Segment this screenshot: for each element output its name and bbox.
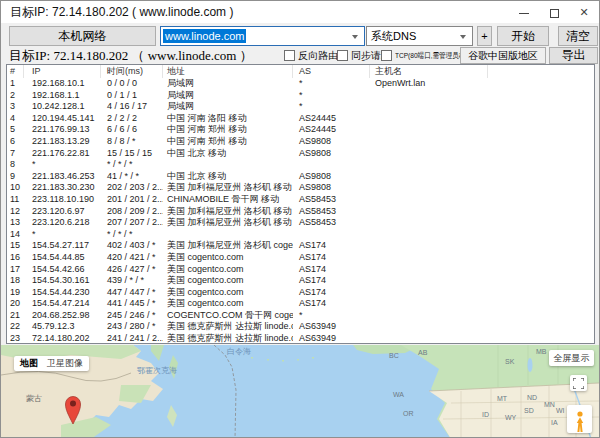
cell-host bbox=[370, 206, 488, 218]
target-host-value: www.linode.com bbox=[163, 29, 246, 43]
cell-time: 4 / 16 / 17 bbox=[101, 101, 163, 113]
add-button[interactable]: + bbox=[477, 26, 492, 46]
column-header-as[interactable]: AS bbox=[293, 65, 370, 78]
table-row[interactable]: 19154.54.44.230447 / 447 / *美国 cogentco.… bbox=[7, 287, 594, 299]
cell-num: 4 bbox=[7, 113, 24, 125]
table-row[interactable]: 5221.176.99.136 / 6 / 6中国 河南 郑州 移动AS2444… bbox=[7, 124, 594, 136]
checkbox-icon bbox=[381, 50, 392, 61]
cell-ip: 223.120.6.218 bbox=[24, 217, 101, 229]
table-row[interactable]: 1192.168.10.10 / 0 / 0局域网*OpenWrt.lan bbox=[7, 78, 594, 90]
trace-table-body: 1192.168.10.10 / 0 / 0局域网*OpenWrt.lan219… bbox=[7, 78, 594, 344]
trace-table[interactable]: #IP时间(ms)地址AS主机名 1192.168.10.10 / 0 / 0局… bbox=[6, 64, 595, 344]
column-header-time[interactable]: 时间(ms) bbox=[101, 65, 163, 78]
table-row[interactable]: 14** / * / * bbox=[7, 229, 594, 241]
cell-ip: 154.54.44.230 bbox=[24, 287, 101, 299]
table-row[interactable]: 2192.168.1.10 / 1 / 1局域网* bbox=[7, 90, 594, 102]
cell-num: 13 bbox=[7, 217, 24, 229]
reverse-route-checkbox[interactable]: 反向路由 bbox=[284, 48, 338, 63]
cell-num: 23 bbox=[7, 333, 24, 344]
cell-as: * bbox=[293, 101, 370, 113]
cell-as: AS174 bbox=[293, 298, 370, 310]
cell-time: 241 / 241 / 2... bbox=[101, 333, 163, 344]
cell-addr: 中国 河南 郑州 移动 bbox=[163, 124, 293, 136]
close-button[interactable]: ✕ bbox=[569, 1, 599, 23]
table-row[interactable]: 4120.194.45.1412 / 2 / 2中国 河南 洛阳 移动AS244… bbox=[7, 113, 594, 125]
cell-num: 10 bbox=[7, 182, 24, 194]
cell-time: 207 / 207 / 2... bbox=[101, 217, 163, 229]
cell-as: AS9808 bbox=[293, 182, 370, 194]
fullscreen-button[interactable] bbox=[570, 375, 587, 391]
table-row[interactable]: 12223.120.6.97208 / 209 / 2...美国 加利福尼亚州 … bbox=[7, 206, 594, 218]
chevron-down-icon[interactable] bbox=[460, 35, 466, 39]
table-row[interactable]: 6221.183.13.298 / 8 / *中国 河南 郑州 移动AS9808 bbox=[7, 136, 594, 148]
minimize-icon bbox=[519, 13, 529, 14]
column-header-filler bbox=[488, 65, 594, 78]
cell-host bbox=[370, 298, 488, 310]
cell-as: AS58453 bbox=[293, 206, 370, 218]
cell-ip: 154.54.47.214 bbox=[24, 298, 101, 310]
cell-time: 447 / 447 / * bbox=[101, 287, 163, 299]
table-row[interactable]: 15154.54.27.117402 / 403 / *美国 加利福尼亚州 洛杉… bbox=[7, 240, 594, 252]
table-row[interactable]: 21204.68.252.98245 / 246 / *COGENTCO.COM… bbox=[7, 310, 594, 322]
table-row[interactable]: 2245.79.12.3243 / 280 / *美国 德克萨斯州 达拉斯 li… bbox=[7, 321, 594, 333]
table-row[interactable]: 13223.120.6.218207 / 207 / 2...美国 加利福尼亚州… bbox=[7, 217, 594, 229]
fullscreen-display-button[interactable]: 全屏显示 bbox=[549, 350, 594, 366]
checkbox-icon bbox=[284, 50, 295, 61]
table-row[interactable]: 8** / * / * bbox=[7, 159, 594, 171]
cell-ip: 72.14.180.202 bbox=[24, 333, 101, 344]
clear-button[interactable]: 清空 bbox=[558, 26, 598, 46]
cell-as bbox=[293, 159, 370, 171]
cell-time: 245 / 246 / * bbox=[101, 310, 163, 322]
table-row[interactable]: 20154.54.47.214441 / 445 / *美国 cogentco.… bbox=[7, 298, 594, 310]
cell-host bbox=[370, 124, 488, 136]
cell-as: AS58453 bbox=[293, 217, 370, 229]
cell-time: 6 / 6 / 6 bbox=[101, 124, 163, 136]
pegman-icon bbox=[574, 411, 586, 433]
cell-addr: COGENTCO.COM 骨干网 cogentco.com bbox=[163, 310, 293, 322]
column-header-ip[interactable]: IP bbox=[24, 65, 101, 78]
cell-host bbox=[370, 101, 488, 113]
maximize-button[interactable] bbox=[539, 1, 569, 23]
table-row[interactable]: 7221.176.22.8115 / 15 / 15中国 北京 移动AS9808 bbox=[7, 148, 594, 160]
satellite-tab[interactable]: 卫星图像 bbox=[47, 357, 83, 370]
chevron-down-icon[interactable] bbox=[352, 35, 358, 39]
cell-num: 7 bbox=[7, 148, 24, 160]
checkbox-icon bbox=[337, 50, 348, 61]
column-header-num[interactable]: # bbox=[7, 65, 24, 78]
cell-time: 439 / * / * bbox=[101, 275, 163, 287]
cell-host bbox=[370, 182, 488, 194]
column-header-addr[interactable]: 地址 bbox=[163, 65, 293, 78]
minimize-button[interactable] bbox=[509, 1, 539, 23]
cell-num: 15 bbox=[7, 240, 24, 252]
table-row[interactable]: 18154.54.30.161439 / * / *美国 cogentco.co… bbox=[7, 275, 594, 287]
map-canvas[interactable]: 蒙古鄂霍次克海白令海BCABSKMBWAORMTNDMNSDWIIDWYIA 地… bbox=[1, 345, 599, 438]
table-row[interactable]: 9221.183.46.25341 / * / *中国 北京 移动AS9808 bbox=[7, 171, 594, 183]
cell-time: 202 / 203 / 2... bbox=[101, 182, 163, 194]
target-host-input[interactable]: www.linode.com bbox=[160, 26, 365, 46]
cell-ip: 154.54.30.161 bbox=[24, 275, 101, 287]
map-source-button[interactable]: 谷歌中国版地区 bbox=[460, 47, 546, 64]
cell-ip: 221.183.30.230 bbox=[24, 182, 101, 194]
map-marker-pin[interactable] bbox=[64, 391, 82, 425]
table-row[interactable]: 10221.183.30.230202 / 203 / 2...美国 加利福尼亚… bbox=[7, 182, 594, 194]
column-header-host[interactable]: 主机名 bbox=[370, 65, 488, 78]
cell-host bbox=[370, 217, 488, 229]
table-row[interactable]: 310.242.128.14 / 16 / 17局域网* bbox=[7, 101, 594, 113]
dns-select[interactable]: 系统DNS bbox=[366, 26, 473, 46]
cell-ip: 154.54.42.66 bbox=[24, 264, 101, 276]
table-row[interactable]: 11223.118.10.190201 / 201 / 2...CHINAMOB… bbox=[7, 194, 594, 206]
cell-addr: 局域网 bbox=[163, 101, 293, 113]
cell-ip: 221.183.46.253 bbox=[24, 171, 101, 183]
local-network-button[interactable]: 本机网络 bbox=[9, 26, 156, 46]
cell-time: 441 / 445 / * bbox=[101, 298, 163, 310]
table-row[interactable]: 2372.14.180.202241 / 241 / 2...美国 德克萨斯州 … bbox=[7, 333, 594, 344]
pegman-button[interactable] bbox=[567, 405, 592, 433]
export-button[interactable]: 导出 bbox=[549, 47, 598, 64]
map-tab[interactable]: 地图 bbox=[20, 357, 38, 370]
table-row[interactable]: 16154.54.44.85420 / 421 / *美国 cogentco.c… bbox=[7, 252, 594, 264]
cell-addr: 美国 德克萨斯州 达拉斯 linode.com bbox=[163, 321, 293, 333]
cell-host bbox=[370, 275, 488, 287]
fullscreen-icon bbox=[573, 378, 584, 389]
table-row[interactable]: 17154.54.42.66426 / 427 / *美国 cogentco.c… bbox=[7, 264, 594, 276]
start-button[interactable]: 开始 bbox=[497, 26, 549, 46]
